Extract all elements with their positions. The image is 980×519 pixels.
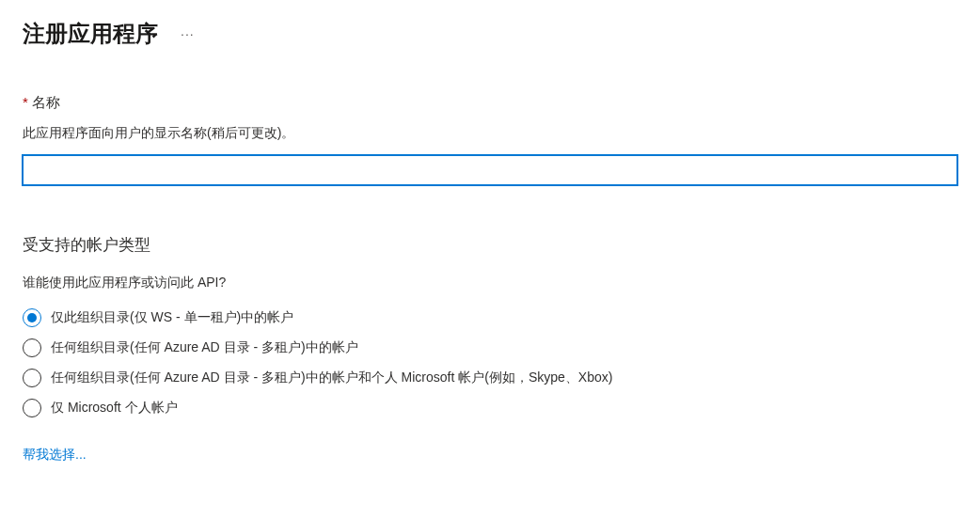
name-help: 此应用程序面向用户的显示名称(稍后可更改)。 — [23, 125, 957, 142]
account-types-question: 谁能使用此应用程序或访问此 API? — [23, 275, 957, 291]
radio-label: 任何组织目录(任何 Azure AD 目录 - 多租户)中的帐户 — [51, 339, 358, 356]
name-label-row: *名称 — [23, 94, 957, 112]
radio-option-multi-tenant[interactable]: 任何组织目录(任何 Azure AD 目录 - 多租户)中的帐户 — [23, 338, 957, 357]
name-label: 名称 — [32, 94, 60, 110]
account-types-radio-group: 仅此组织目录(仅 WS - 单一租户)中的帐户 任何组织目录(任何 Azure … — [23, 308, 957, 417]
radio-label: 任何组织目录(任何 Azure AD 目录 - 多租户)中的帐户和个人 Micr… — [51, 370, 612, 386]
help-me-choose-link[interactable]: 帮我选择... — [23, 447, 87, 462]
radio-option-single-tenant[interactable]: 仅此组织目录(仅 WS - 单一租户)中的帐户 — [23, 308, 957, 327]
more-icon[interactable]: ··· — [181, 26, 195, 41]
radio-label: 仅 Microsoft 个人帐户 — [51, 400, 178, 417]
radio-label: 仅此组织目录(仅 WS - 单一租户)中的帐户 — [51, 309, 293, 326]
title-row: 注册应用程序 ··· — [23, 19, 957, 49]
radio-indicator — [23, 338, 41, 357]
radio-indicator — [23, 369, 41, 387]
account-types-heading: 受支持的帐户类型 — [23, 234, 957, 256]
name-input[interactable] — [23, 155, 957, 185]
radio-indicator — [23, 308, 41, 327]
required-star: * — [23, 94, 28, 110]
page-title: 注册应用程序 — [23, 19, 158, 49]
radio-indicator — [23, 399, 41, 417]
radio-option-multi-tenant-personal[interactable]: 任何组织目录(任何 Azure AD 目录 - 多租户)中的帐户和个人 Micr… — [23, 369, 957, 387]
radio-option-personal-only[interactable]: 仅 Microsoft 个人帐户 — [23, 399, 957, 417]
